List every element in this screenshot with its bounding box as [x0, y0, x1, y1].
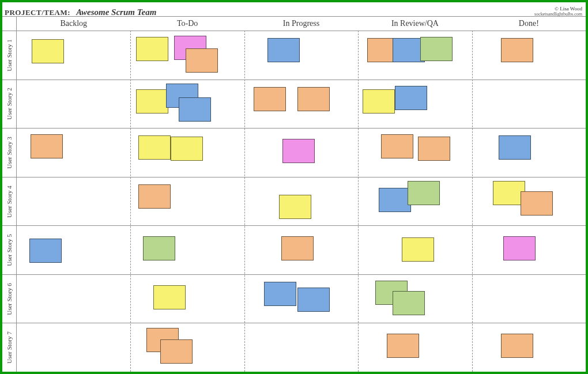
story-card[interactable]: [136, 37, 168, 61]
columns: BacklogTo-DoIn ProgressIn Review/QADone!: [17, 17, 586, 372]
cell[interactable]: [130, 275, 244, 324]
cell[interactable]: [244, 275, 358, 324]
cell[interactable]: [130, 226, 244, 275]
story-card[interactable]: [171, 137, 203, 161]
column-cells: [472, 31, 586, 372]
cell[interactable]: [244, 226, 358, 275]
cell[interactable]: [17, 323, 130, 372]
cell[interactable]: [17, 275, 130, 324]
board: User Story 1 User Story 2 User Story 3 U…: [2, 16, 586, 372]
story-card[interactable]: [281, 236, 314, 260]
row-label-6: User Story 6: [6, 283, 13, 315]
column-cells: [130, 31, 244, 372]
cell[interactable]: [244, 323, 358, 372]
story-card[interactable]: [186, 48, 218, 73]
story-card[interactable]: [420, 37, 453, 61]
story-card[interactable]: [279, 195, 311, 219]
cell[interactable]: [130, 80, 244, 129]
cell[interactable]: [244, 31, 358, 80]
story-card[interactable]: [418, 137, 450, 161]
title-bar: PROJECT/TEAM: Awesome Scrum Team © Lisa …: [2, 2, 586, 17]
story-card[interactable]: [363, 89, 395, 114]
story-card[interactable]: [143, 236, 175, 260]
cell[interactable]: [244, 129, 358, 177]
row-label-7: User Story 7: [6, 331, 13, 364]
cell[interactable]: [17, 80, 130, 129]
story-card[interactable]: [264, 282, 296, 306]
row-label-1: User Story 1: [6, 39, 13, 71]
story-card[interactable]: [395, 86, 427, 110]
column-header: Done!: [472, 17, 586, 31]
row-label-2: User Story 2: [6, 88, 13, 120]
story-card[interactable]: [254, 87, 286, 111]
story-card[interactable]: [160, 339, 193, 364]
story-card[interactable]: [503, 236, 536, 260]
cell[interactable]: [130, 177, 244, 226]
cell[interactable]: [358, 80, 472, 129]
story-card[interactable]: [138, 184, 171, 209]
corner-cell: [2, 17, 16, 31]
story-card[interactable]: [393, 291, 425, 315]
row-label-5: User Story 5: [6, 234, 13, 266]
cell[interactable]: [358, 226, 472, 275]
story-card[interactable]: [282, 139, 315, 163]
cell[interactable]: [358, 275, 472, 324]
story-card[interactable]: [521, 191, 553, 216]
column-backlog: Backlog: [17, 17, 130, 372]
cell[interactable]: [244, 177, 358, 226]
cell[interactable]: [17, 177, 130, 226]
story-card[interactable]: [501, 334, 533, 358]
column-in-review-qa: In Review/QA: [358, 17, 472, 372]
column-cells: [17, 31, 130, 372]
cell[interactable]: [130, 129, 244, 177]
cell[interactable]: [130, 31, 244, 80]
story-card[interactable]: [402, 237, 434, 262]
column-header: In Review/QA: [358, 17, 472, 31]
column-done-: Done!: [472, 17, 586, 372]
scrum-board-frame: PROJECT/TEAM: Awesome Scrum Team © Lisa …: [0, 0, 588, 374]
story-card[interactable]: [297, 288, 330, 312]
cell[interactable]: [358, 177, 472, 226]
cell[interactable]: [130, 323, 244, 372]
story-card[interactable]: [32, 39, 64, 63]
story-card[interactable]: [501, 38, 533, 62]
cell[interactable]: [472, 177, 586, 226]
column-header: Backlog: [17, 17, 130, 31]
cell[interactable]: [472, 275, 586, 324]
cell[interactable]: [358, 129, 472, 177]
column-to-do: To-Do: [130, 17, 244, 372]
story-card[interactable]: [381, 134, 413, 158]
row-label-3: User Story 3: [6, 137, 13, 169]
story-card[interactable]: [138, 135, 171, 160]
cell[interactable]: [472, 226, 586, 275]
story-card[interactable]: [297, 87, 330, 111]
story-card[interactable]: [408, 181, 440, 205]
column-cells: [358, 31, 472, 372]
story-card[interactable]: [136, 89, 168, 114]
cell[interactable]: [472, 323, 586, 372]
cell[interactable]: [472, 80, 586, 129]
story-card[interactable]: [379, 188, 411, 212]
row-labels: User Story 1 User Story 2 User Story 3 U…: [2, 17, 17, 372]
story-card[interactable]: [29, 239, 62, 263]
row-label-4: User Story 4: [6, 186, 13, 218]
cell[interactable]: [244, 80, 358, 129]
story-card[interactable]: [267, 38, 300, 62]
column-cells: [244, 31, 358, 372]
cell[interactable]: [17, 226, 130, 275]
story-card[interactable]: [179, 97, 211, 122]
story-card[interactable]: [387, 334, 419, 358]
cell[interactable]: [472, 31, 586, 80]
author-credit: © Lisa Wood: [534, 6, 582, 12]
credits: © Lisa Wood socketsandlightbulbs.com: [534, 5, 582, 17]
story-card[interactable]: [153, 285, 186, 309]
story-card[interactable]: [499, 135, 531, 160]
cell[interactable]: [358, 323, 472, 372]
cell[interactable]: [17, 31, 130, 80]
column-header: To-Do: [130, 17, 244, 31]
cell[interactable]: [17, 129, 130, 177]
story-card[interactable]: [31, 134, 63, 158]
cell[interactable]: [472, 129, 586, 177]
cell[interactable]: [358, 31, 472, 80]
column-in-progress: In Progress: [244, 17, 358, 372]
